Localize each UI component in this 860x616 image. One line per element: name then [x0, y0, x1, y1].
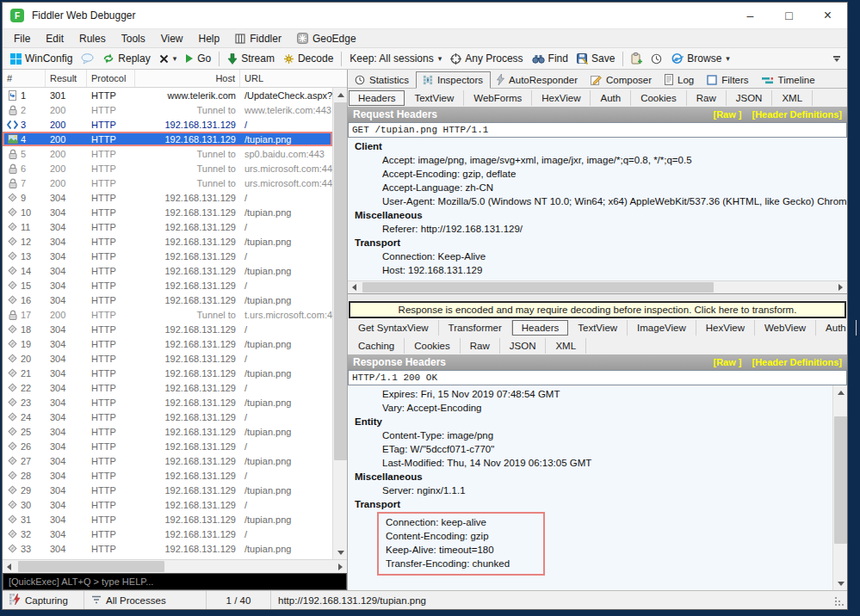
screenshot-button[interactable]	[627, 49, 647, 68]
session-row-11[interactable]: 11304HTTP192.168.131.129/	[3, 219, 332, 234]
scroll-down-arrow[interactable]	[833, 576, 848, 590]
maximize-button[interactable]: □	[770, 3, 808, 28]
tab-autoresponder[interactable]: AutoResponder	[491, 71, 585, 88]
session-row-22[interactable]: 22304HTTP192.168.131.129/	[3, 380, 332, 395]
menu-item-view[interactable]: View	[153, 29, 191, 47]
process-filter[interactable]: All Processes	[84, 591, 207, 609]
replay-button[interactable]: Replay	[98, 49, 154, 68]
save-button[interactable]: Save	[572, 49, 619, 68]
transform-banner[interactable]: Response is encoded and may require deco…	[349, 301, 846, 318]
column-header-url[interactable]: URL	[240, 70, 347, 87]
scroll-right-arrow[interactable]	[834, 281, 847, 293]
session-row-20[interactable]: 20304HTTP192.168.131.129/	[3, 351, 332, 366]
resize-grip[interactable]	[835, 591, 847, 609]
request-tab-hexview[interactable]: HexView	[532, 90, 591, 106]
request-tab-cookies[interactable]: Cookies	[631, 90, 687, 106]
capturing-toggle[interactable]: Capturing	[3, 591, 84, 609]
session-row-29[interactable]: 29304HTTP192.168.131.129/tupian.png	[3, 483, 332, 497]
scroll-left-arrow[interactable]	[3, 560, 15, 573]
tab-composer[interactable]: Composer	[585, 71, 659, 88]
scroll-up-arrow[interactable]	[833, 385, 848, 399]
decode-button[interactable]: Decode	[279, 49, 337, 68]
raw-link[interactable]: [Raw ]	[713, 357, 741, 367]
toolbar-overflow-button[interactable]	[832, 56, 844, 62]
menu-item-edit[interactable]: Edit	[38, 29, 71, 47]
session-row-16[interactable]: 16304HTTP192.168.131.129/tupian.png	[3, 293, 332, 307]
session-row-1[interactable]: 1301HTTPwww.telerik.com/UpdateCheck.aspx…	[3, 88, 332, 102]
session-row-18[interactable]: 18304HTTP192.168.131.129/	[3, 322, 332, 336]
session-row-3[interactable]: 3200HTTP192.168.131.129/	[3, 117, 332, 132]
request-tab-raw[interactable]: Raw	[687, 90, 727, 106]
remove-sessions-button[interactable]: ▾	[155, 49, 182, 68]
session-list-horizontal-scrollbar[interactable]	[3, 559, 347, 573]
menu-item-rules[interactable]: Rules	[71, 29, 114, 47]
session-row-12[interactable]: 12304HTTP192.168.131.129/tupian.png	[3, 234, 332, 249]
session-row-25[interactable]: 25304HTTP192.168.131.129/tupian.png	[3, 424, 332, 439]
session-row-15[interactable]: 15304HTTP192.168.131.129/	[3, 278, 332, 293]
timer-button[interactable]	[647, 49, 666, 68]
menu-item-geoedge[interactable]: GeoEdge	[289, 29, 364, 47]
close-button[interactable]: ×	[808, 3, 847, 28]
response-tab-auth[interactable]: Auth	[816, 320, 857, 336]
response-tab-textview[interactable]: TextView	[568, 320, 628, 336]
menu-item-file[interactable]: File	[6, 29, 38, 47]
tab-log[interactable]: Log	[659, 71, 701, 88]
request-response-splitter[interactable]	[348, 293, 847, 300]
browse-button[interactable]: eBrowse▾	[666, 49, 734, 68]
response-tab-webview[interactable]: WebView	[755, 320, 816, 336]
session-row-27[interactable]: 27304HTTP192.168.131.129/tupian.png	[3, 453, 332, 468]
column-header-host[interactable]: Host	[135, 70, 240, 87]
response-tab-get-syntaxview[interactable]: Get SyntaxView	[349, 320, 439, 336]
session-row-33[interactable]: 33304HTTP192.168.131.129/tupian.png	[3, 541, 332, 556]
raw-link[interactable]: [Raw ]	[713, 109, 741, 120]
winconfig-button[interactable]: WinConfig	[6, 49, 77, 68]
scroll-down-arrow[interactable]	[333, 545, 348, 559]
scroll-left-arrow[interactable]	[348, 281, 361, 293]
scroll-up-arrow[interactable]	[333, 88, 348, 102]
tab-filters[interactable]: Filters	[701, 72, 755, 88]
request-tab-json[interactable]: JSON	[727, 90, 773, 106]
request-horizontal-scrollbar[interactable]	[348, 280, 847, 293]
scrollbar-thumb[interactable]	[334, 102, 347, 460]
response-tab-xml[interactable]: XML	[546, 338, 586, 354]
menu-item-tools[interactable]: Tools	[114, 29, 153, 47]
any-process-button[interactable]: Any Process	[446, 49, 527, 68]
tab-inspectors[interactable]: Inspectors	[416, 71, 491, 89]
column-header-number[interactable]: #	[3, 70, 46, 87]
session-row-2[interactable]: 2200HTTPTunnel towww.telerik.com:443	[3, 102, 332, 117]
stream-button[interactable]: Stream	[223, 49, 279, 68]
session-row-24[interactable]: 24304HTTP192.168.131.129/	[3, 410, 332, 424]
session-row-13[interactable]: 13304HTTP192.168.131.129/	[3, 249, 332, 263]
request-tab-webforms[interactable]: WebForms	[464, 90, 532, 106]
session-list-vertical-scrollbar[interactable]	[332, 88, 347, 559]
session-row-30[interactable]: 30304HTTP192.168.131.129/	[3, 497, 332, 512]
session-row-23[interactable]: 23304HTTP192.168.131.129/tupian.png	[3, 395, 332, 410]
request-tab-xml[interactable]: XML	[772, 90, 813, 106]
session-row-5[interactable]: 5200HTTPTunnel tosp0.baidu.com:443	[3, 146, 332, 161]
request-tab-textview[interactable]: TextView	[405, 90, 464, 106]
session-row-14[interactable]: 14304HTTP192.168.131.129/tupian.png	[3, 263, 332, 278]
quickexec-input[interactable]: [QuickExec] ALT+Q > type HELP...	[3, 573, 347, 590]
session-row-4[interactable]: 4200HTTP192.168.131.129/tupian.png	[3, 132, 332, 146]
menu-item-help[interactable]: Help	[191, 29, 228, 47]
session-row-32[interactable]: 32304HTTP192.168.131.129/	[3, 527, 332, 541]
find-button[interactable]: Find	[528, 49, 572, 68]
session-row-10[interactable]: 10304HTTP192.168.131.129/tupian.png	[3, 205, 332, 219]
session-row-6[interactable]: 6200HTTPTunnel tours.microsoft.com:443	[3, 161, 332, 176]
scrollbar-thumb[interactable]	[362, 282, 714, 293]
response-tab-hexview[interactable]: HexView	[696, 320, 755, 336]
response-tab-cookies[interactable]: Cookies	[405, 338, 461, 354]
request-tab-auth[interactable]: Auth	[591, 90, 631, 106]
tab-timeline[interactable]: Timeline	[756, 72, 822, 88]
session-row-21[interactable]: 21304HTTP192.168.131.129/tupian.png	[3, 366, 332, 380]
keep-sessions-button[interactable]: Keep: All sessions▾	[345, 49, 446, 68]
session-row-17[interactable]: 17200HTTPTunnel tot.urs.microsoft.com:4	[3, 307, 332, 322]
session-row-31[interactable]: 31304HTTP192.168.131.129/tupian.png	[3, 512, 332, 527]
comment-button[interactable]	[77, 49, 98, 68]
go-button[interactable]: Go	[181, 49, 215, 68]
response-tab-transformer[interactable]: Transformer	[439, 320, 512, 336]
session-row-7[interactable]: 7200HTTPTunnel tours.microsoft.com:443	[3, 176, 332, 190]
response-tab-raw[interactable]: Raw	[461, 338, 500, 354]
scrollbar-thumb[interactable]	[18, 561, 164, 572]
minimize-button[interactable]: –	[731, 3, 770, 28]
